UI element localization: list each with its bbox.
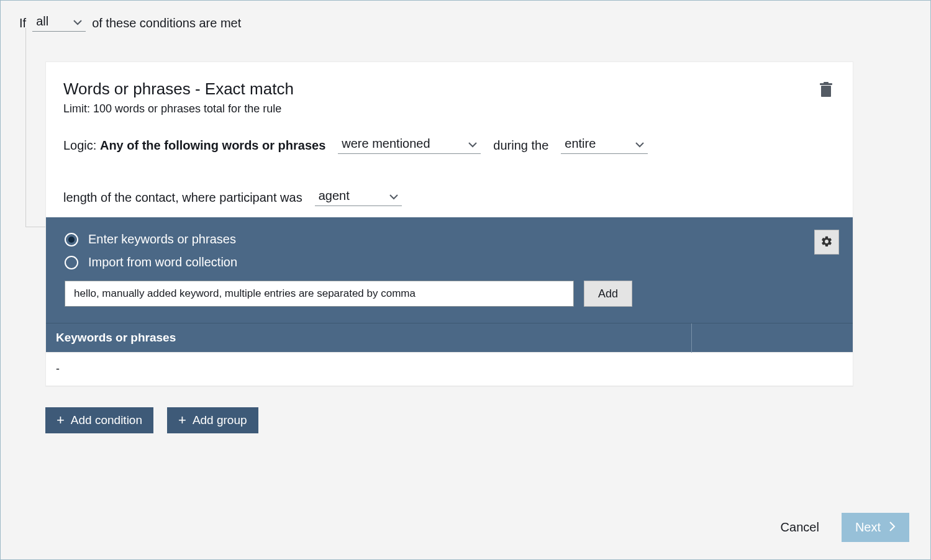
settings-button[interactable] xyxy=(814,230,839,255)
logic-block: Logic: Any of the following words or phr… xyxy=(46,115,853,217)
chevron-right-icon xyxy=(889,520,896,535)
radio-enter-keywords[interactable]: Enter keywords or phrases xyxy=(65,232,834,246)
delete-condition-button[interactable] xyxy=(817,79,835,102)
conditions-line: If all of these conditions are met xyxy=(19,14,914,32)
radio-import-collection[interactable]: Import from word collection xyxy=(65,255,834,269)
keywords-input[interactable] xyxy=(65,281,574,307)
chevron-down-icon xyxy=(468,142,477,148)
keywords-header: Keywords or phrases xyxy=(46,323,691,353)
add-keyword-button[interactable]: Add xyxy=(584,281,632,307)
next-label: Next xyxy=(855,520,881,535)
cancel-button[interactable]: Cancel xyxy=(781,520,819,535)
card-title: Words or phrases - Exact match xyxy=(63,79,294,99)
radio-import-label: Import from word collection xyxy=(88,255,237,269)
duration-value: entire xyxy=(565,137,596,151)
svg-rect-0 xyxy=(821,86,831,97)
keywords-header-actions xyxy=(691,323,853,353)
add-group-button[interactable]: + Add group xyxy=(167,407,258,433)
tree-connector-horizontal xyxy=(25,227,45,227)
duration-select[interactable]: entire xyxy=(561,137,648,154)
plus-icon: + xyxy=(178,413,186,427)
gear-icon xyxy=(820,235,833,250)
keywords-panel: Enter keywords or phrases Import from wo… xyxy=(46,217,853,323)
condition-mode-value: all xyxy=(36,14,48,29)
add-group-label: Add group xyxy=(193,413,247,427)
trash-icon xyxy=(819,91,833,100)
participant-value: agent xyxy=(319,189,350,203)
add-condition-button[interactable]: + Add condition xyxy=(45,407,153,433)
next-button[interactable]: Next xyxy=(842,513,909,542)
empty-cell: - xyxy=(46,353,853,386)
logic-prefix: Logic: xyxy=(63,138,96,152)
condition-card: Words or phrases - Exact match Limit: 10… xyxy=(45,61,853,386)
mention-value: were mentioned xyxy=(342,137,430,151)
length-label: length of the contact, where participant… xyxy=(63,191,302,205)
participant-select[interactable]: agent xyxy=(315,189,402,206)
add-condition-label: Add condition xyxy=(71,413,142,427)
plus-icon: + xyxy=(57,413,65,427)
during-label: during the xyxy=(493,138,548,153)
radio-enter-label: Enter keywords or phrases xyxy=(88,232,236,246)
mention-select[interactable]: were mentioned xyxy=(338,137,481,154)
svg-rect-2 xyxy=(824,82,829,84)
tree-connector-vertical xyxy=(25,28,26,227)
keywords-table: Keywords or phrases - xyxy=(46,323,853,386)
of-these-label: of these conditions are met xyxy=(92,16,241,30)
radio-icon xyxy=(65,256,78,269)
card-subtitle: Limit: 100 words or phrases total for th… xyxy=(63,102,294,115)
chevron-down-icon xyxy=(73,20,82,26)
logic-bold: Any of the following words or phrases xyxy=(100,138,325,152)
radio-icon xyxy=(65,233,78,246)
chevron-down-icon xyxy=(635,142,644,148)
table-row: - xyxy=(46,353,853,386)
condition-mode-select[interactable]: all xyxy=(32,14,86,32)
chevron-down-icon xyxy=(389,194,398,201)
